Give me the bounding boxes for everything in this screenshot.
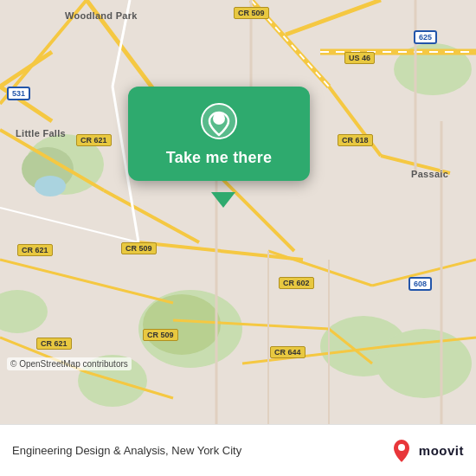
road-label-cr618: CR 618 bbox=[338, 134, 373, 146]
bottom-bar: Engineering Design & Analysis, New York … bbox=[0, 424, 476, 476]
road-label-cr644: CR 644 bbox=[270, 346, 306, 358]
road-label-cr509-top: CR 509 bbox=[234, 7, 269, 19]
location-pin-icon bbox=[200, 102, 238, 140]
map-container: Woodland Park Little Falls Passaic CR 50… bbox=[0, 0, 476, 424]
road-label-625: 625 bbox=[414, 30, 437, 44]
svg-point-5 bbox=[143, 294, 221, 355]
moovit-pin-icon bbox=[389, 438, 415, 464]
popup-tail bbox=[211, 192, 235, 208]
svg-point-3 bbox=[35, 176, 66, 196]
road-label-cr509-mid: CR 509 bbox=[121, 242, 157, 254]
moovit-brand-text: moovit bbox=[419, 443, 464, 458]
road-label-cr602: CR 602 bbox=[279, 277, 314, 289]
town-label-woodland-park: Woodland Park bbox=[65, 10, 138, 21]
moovit-logo: moovit bbox=[389, 438, 464, 464]
location-label: Engineering Design & Analysis, New York … bbox=[12, 444, 389, 457]
map-attribution: © OpenStreetMap contributors bbox=[7, 357, 132, 370]
road-label-cr509-bot: CR 509 bbox=[143, 329, 178, 341]
take-me-there-button[interactable]: Take me there bbox=[166, 149, 272, 167]
road-label-cr621-1: CR 621 bbox=[76, 134, 112, 146]
popup-card[interactable]: Take me there bbox=[128, 87, 310, 181]
svg-point-46 bbox=[398, 444, 405, 451]
town-label-little-falls: Little Falls bbox=[16, 128, 66, 138]
town-label-passaic: Passaic bbox=[411, 169, 448, 179]
road-label-608: 608 bbox=[408, 277, 432, 291]
road-label-cr621-3: CR 621 bbox=[36, 338, 72, 350]
road-label-us46: US 46 bbox=[344, 52, 375, 64]
road-label-531: 531 bbox=[7, 87, 30, 100]
road-label-cr621-2: CR 621 bbox=[17, 244, 53, 256]
